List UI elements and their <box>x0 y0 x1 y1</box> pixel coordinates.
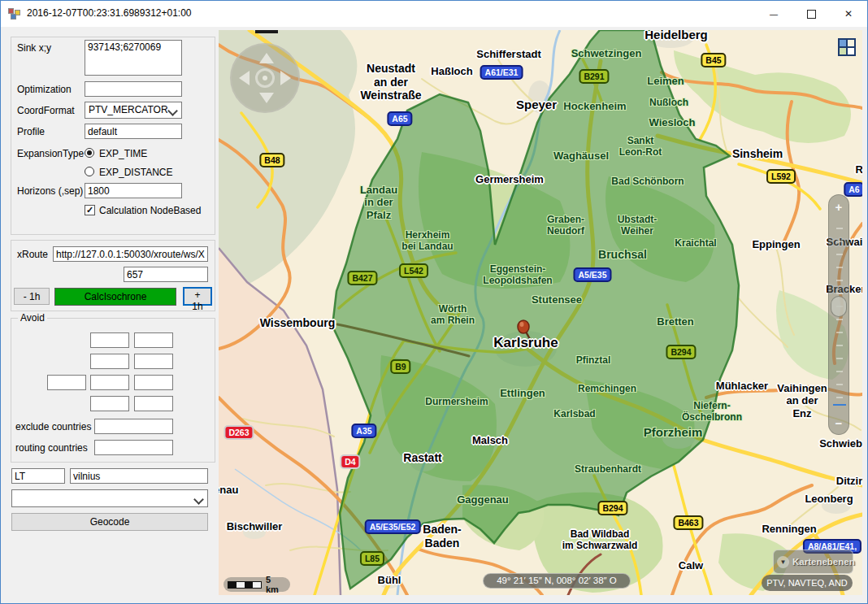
close-icon: ✕ <box>844 8 853 20</box>
xroute-url-input[interactable] <box>53 246 208 262</box>
road-badge: L592 <box>766 169 796 184</box>
optimization-input[interactable] <box>85 81 182 97</box>
avoid-input[interactable] <box>47 375 86 390</box>
exp-distance-radio[interactable] <box>85 167 94 176</box>
geocode-button[interactable]: Geocode <box>11 513 208 531</box>
geocode-result-select[interactable] <box>11 489 208 507</box>
minus-1h-button[interactable]: - 1h <box>14 288 50 305</box>
minimap-toggle-button[interactable] <box>838 38 856 56</box>
map-label: Pforzheim <box>644 425 703 440</box>
routing-countries-input[interactable] <box>94 440 173 455</box>
coordformat-value: PTV_MERCATOR <box>89 104 168 115</box>
zoom-out-button[interactable]: − <box>829 416 848 430</box>
zoom-tick <box>836 280 843 281</box>
plus-1h-button[interactable]: + 1h <box>183 287 212 306</box>
map-label: Wiesloch <box>649 116 696 128</box>
close-button[interactable]: ✕ <box>830 1 867 27</box>
coordformat-select[interactable]: PTV_MERCATOR <box>85 102 182 119</box>
pan-down-icon[interactable] <box>259 93 274 103</box>
zoom-slider[interactable]: + − <box>828 194 849 435</box>
map-label: Straubenhardt <box>575 463 641 475</box>
map-label: Ditzingen <box>836 475 862 487</box>
maximize-button[interactable] <box>792 1 830 27</box>
zoom-tick <box>836 319 843 320</box>
nodebased-checkbox[interactable]: ✓ <box>85 205 95 215</box>
map-label: Eppingen <box>752 238 800 250</box>
exp-time-radio[interactable] <box>85 148 94 158</box>
sink-input[interactable] <box>85 40 182 76</box>
road-badge: D263 <box>224 425 254 440</box>
xroute-code-input[interactable] <box>124 267 208 282</box>
pan-up-icon[interactable] <box>259 53 274 63</box>
profile-label: Profile <box>17 126 45 137</box>
map-layers-button[interactable]: ▼ Kartenebenen <box>773 550 853 574</box>
title-bar[interactable]: 2016-12-07T00:23:31.6989312+01:00 — ✕ <box>1 1 867 27</box>
road-badge: B463 <box>673 515 703 530</box>
map-label: Waghäusel <box>553 150 609 162</box>
avoid-input[interactable] <box>90 375 129 390</box>
zoom-slider-thumb[interactable] <box>831 296 847 317</box>
horizons-input[interactable] <box>85 183 182 198</box>
maximize-icon <box>807 10 816 19</box>
map-label: Sinsheim <box>732 147 783 161</box>
pan-left-icon[interactable] <box>239 71 250 85</box>
map-label: Ettlingen <box>500 387 545 399</box>
avoid-input[interactable] <box>90 332 129 348</box>
zoom-tick <box>836 241 843 242</box>
compass-center-icon <box>263 76 267 80</box>
zoom-tick <box>836 345 843 346</box>
minimap-icon <box>840 40 846 46</box>
map-label: Kraichtal <box>675 237 716 249</box>
road-badge: B294 <box>597 501 627 515</box>
avoid-input[interactable] <box>134 354 173 369</box>
avoid-input[interactable] <box>90 354 129 369</box>
minimize-icon: — <box>770 10 778 19</box>
map[interactable]: HeidelbergNeustadt an der WeinstraßeHaßl… <box>219 30 862 595</box>
zoom-tick <box>836 384 843 385</box>
city-input[interactable] <box>70 468 208 484</box>
map-label: Bruchsal <box>598 248 647 262</box>
map-label: Haguenau <box>219 484 238 496</box>
map-label: Malsch <box>472 434 508 446</box>
road-badge: B48 <box>259 153 284 167</box>
coordinates-readout: 49° 21′ 15″ N, 008° 02′ 38″ O <box>483 573 631 589</box>
road-badge: A5/E35/E52 <box>365 519 421 534</box>
zoom-in-button[interactable]: + <box>829 200 848 214</box>
pan-right-icon[interactable] <box>280 71 291 85</box>
avoid-input[interactable] <box>134 375 173 390</box>
pan-compass[interactable] <box>230 43 300 113</box>
chevron-down-icon <box>193 494 204 505</box>
map-label: Leonberg <box>805 493 853 505</box>
road-badge: L85 <box>360 551 384 566</box>
horizons-label: Horizons (,sep) <box>17 185 83 197</box>
country-input[interactable] <box>11 468 65 484</box>
map-label: Durmersheim <box>425 396 488 407</box>
map-label: Bad Wildbad im Schwarzwald <box>562 528 638 551</box>
calc-isochrone-button[interactable]: CalcIsochrone <box>54 288 176 306</box>
optimization-label: Optimization <box>17 84 72 95</box>
map-label: Rastatt <box>403 451 441 465</box>
minimize-button[interactable]: — <box>755 1 792 27</box>
road-badge: B294 <box>666 345 696 359</box>
map-label: Renningen <box>762 523 816 535</box>
avoid-input[interactable] <box>90 396 129 411</box>
map-label: Schwieberdingen <box>819 437 862 450</box>
map-label: Sankt Leon-Rot <box>619 135 662 158</box>
zoom-tick <box>836 228 843 229</box>
exclude-countries-label: exclude countries <box>15 421 91 432</box>
exclude-countries-input[interactable] <box>94 419 173 434</box>
map-label: Stutensee <box>532 293 582 306</box>
profile-input[interactable] <box>85 124 182 139</box>
map-attribution: PTV, NAVTEQ, AND <box>762 575 853 591</box>
avoid-input[interactable] <box>134 332 173 348</box>
map-label: Vaihingen an der Enz <box>777 382 827 419</box>
checkmark-icon: ✓ <box>86 205 93 215</box>
map-label: Schifferstadt <box>476 48 540 60</box>
map-label: Ubstadt- Weiher <box>618 214 658 237</box>
map-label: Wissembourg <box>260 316 335 330</box>
road-badge: A6 <box>844 182 862 197</box>
avoid-input[interactable] <box>134 396 173 411</box>
exp-distance-label: EXP_DISTANCE <box>99 167 172 178</box>
road-badge: A65 <box>387 111 412 126</box>
map-label: Baden- Baden <box>423 523 461 550</box>
